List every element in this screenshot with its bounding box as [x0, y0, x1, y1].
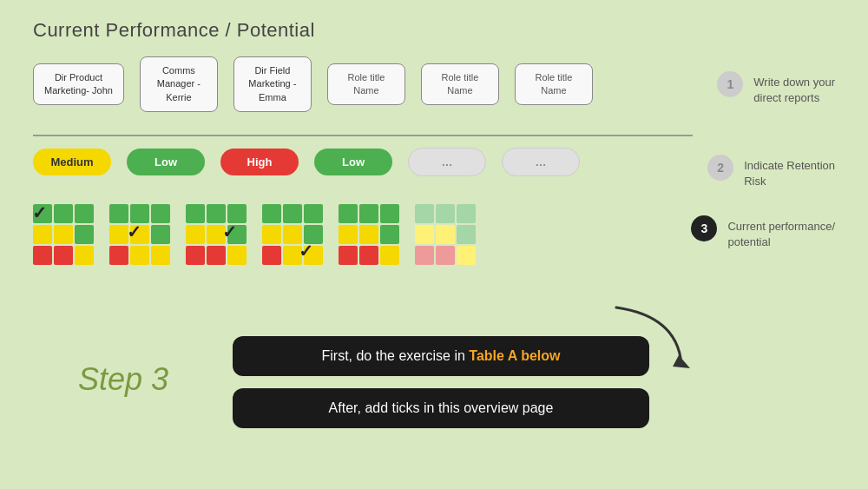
step-2-circle: 2 [707, 155, 733, 181]
perf-grid-4[interactable]: ✓ [262, 204, 323, 265]
instruction-box-1[interactable]: First, do the exercise in Table A below [233, 336, 649, 376]
perf-grid-1[interactable]: ✓ [33, 204, 94, 265]
badge-medium[interactable]: Medium [33, 149, 111, 175]
badge-low-2[interactable]: Low [314, 149, 392, 175]
badge-low-1[interactable]: Low [127, 149, 205, 175]
step-2-indicator: 2 Indicate RetentionRisk [707, 155, 835, 189]
card-5[interactable]: Role titleName [421, 63, 499, 106]
card-3[interactable]: Dir FieldMarketing -Emma [233, 56, 312, 112]
card-6[interactable]: Role titleName [515, 63, 593, 106]
badge-empty-2[interactable]: … [502, 148, 580, 176]
step-3-circle: 3 [691, 215, 717, 241]
step-1-indicator: 1 Write down yourdirect reports [717, 71, 835, 106]
perf-grid-6[interactable] [415, 204, 476, 265]
instruction-box-2[interactable]: After, add ticks in this overview page [233, 388, 649, 428]
cards-row: Dir ProductMarketing- John CommsManager … [33, 56, 593, 112]
page-title: Current Performance / Potential [33, 19, 315, 42]
perf-grid-5[interactable] [339, 204, 399, 265]
card-2[interactable]: CommsManager -Kerrie [140, 56, 218, 112]
section-divider [33, 135, 693, 136]
retention-row: Medium Low High Low … … [33, 148, 580, 176]
badge-high[interactable]: High [220, 149, 299, 175]
card-4[interactable]: Role titleName [327, 63, 405, 106]
step-3-indicator: 3 Current performance/potential [691, 215, 835, 250]
step-1-circle: 1 [717, 71, 743, 97]
perf-grid-3[interactable]: ✓ [186, 204, 247, 265]
table-a-highlight: Table A below [469, 348, 560, 363]
step3-label: Step 3 [78, 361, 168, 398]
step-3-text: Current performance/potential [727, 215, 835, 250]
step-1-text: Write down yourdirect reports [753, 71, 835, 106]
perf-grid-2[interactable]: ✓ [109, 204, 170, 265]
card-1[interactable]: Dir ProductMarketing- John [33, 63, 124, 106]
performance-row: ✓ ✓ ✓ ✓ [33, 204, 476, 265]
badge-empty-1[interactable]: … [408, 148, 486, 176]
step-2-text: Indicate RetentionRisk [744, 155, 835, 189]
